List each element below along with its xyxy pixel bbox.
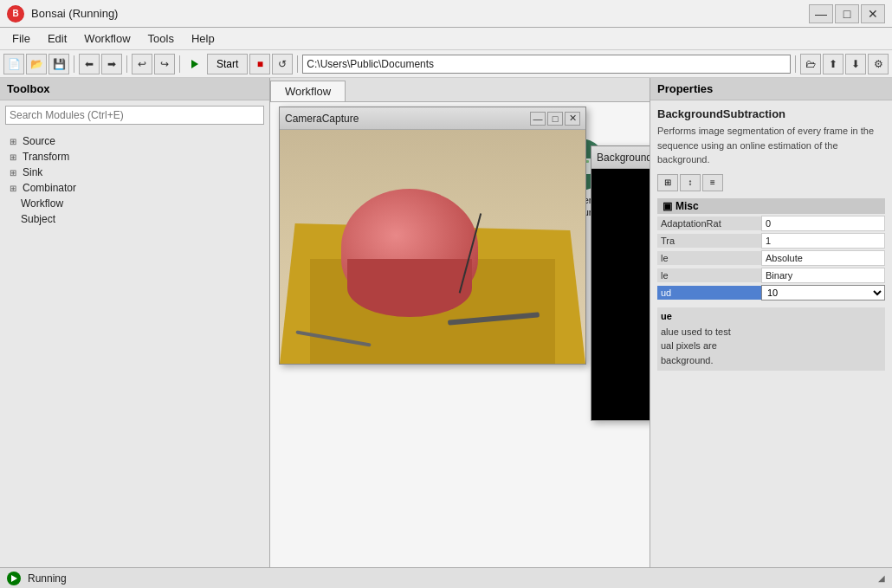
- camera-scene: [280, 130, 585, 364]
- prop-name-ud: ud: [657, 286, 761, 300]
- bg-window-title: BackgroundSu...: [597, 152, 650, 164]
- new-button[interactable]: 📄: [3, 54, 24, 74]
- separator-5: [795, 55, 796, 73]
- expand-icon: ⊞: [7, 135, 19, 147]
- prop-name-tra: Tra: [657, 234, 761, 248]
- prop-section-misc: ▣ Misc AdaptationRat 0 Tra 1 le Absolute…: [657, 198, 885, 300]
- redo-button[interactable]: ↪: [154, 54, 175, 74]
- prop-row-ud: ud 10: [657, 285, 885, 300]
- folder-open-icon[interactable]: 🗁: [800, 54, 821, 74]
- tree-label-workflow: Workflow: [21, 197, 63, 210]
- prop-name-le2: le: [657, 268, 761, 282]
- menu-file[interactable]: File: [3, 29, 39, 48]
- tree-item-subject[interactable]: Subject: [3, 211, 266, 227]
- separator-4: [297, 55, 298, 73]
- camera-maximize-button[interactable]: □: [547, 112, 563, 126]
- menu-tools[interactable]: Tools: [139, 29, 183, 48]
- prop-grid-icon[interactable]: ⊞: [657, 174, 678, 191]
- tree-item-workflow[interactable]: Workflow: [3, 196, 266, 211]
- camera-window-body: [280, 130, 585, 364]
- nav-button[interactable]: ➡: [101, 54, 122, 74]
- prop-list-icon[interactable]: ≡: [702, 174, 723, 191]
- separator-3: [179, 55, 180, 73]
- tree-item-sink[interactable]: ⊞ Sink: [3, 165, 266, 180]
- open-button[interactable]: 📂: [26, 54, 47, 74]
- prop-name-le: le: [657, 251, 761, 265]
- export-button[interactable]: ⬆: [823, 54, 844, 74]
- expand-icon: ⊞: [7, 151, 19, 163]
- restart-button[interactable]: ↺: [272, 54, 293, 74]
- section-misc-header: ▣ Misc: [657, 198, 885, 214]
- save-button[interactable]: 💾: [48, 54, 69, 74]
- bg-preview: [591, 169, 650, 420]
- title-bar-left: B Bonsai (Running): [7, 5, 118, 23]
- undo-button[interactable]: ↩: [132, 54, 152, 74]
- status-bar: Running ◢: [0, 567, 892, 588]
- prop-val-absolute[interactable]: Absolute: [761, 250, 885, 266]
- camera-minimize-button[interactable]: —: [530, 112, 546, 126]
- camera-window-controls: — □ ✕: [530, 112, 580, 126]
- import-button[interactable]: ⬇: [845, 54, 866, 74]
- camera-window-titlebar[interactable]: CameraCapture — □ ✕: [280, 107, 585, 130]
- pouch-bottom: [347, 259, 473, 318]
- toolbox-panel: Toolbox ⊞ Source ⊞ Transform ⊞ Sink ⊞ Co…: [0, 78, 270, 567]
- properties-panel: Properties BackgroundSubtraction Perform…: [650, 78, 892, 567]
- separator-2: [126, 55, 127, 73]
- prop-row-tra: Tra 1: [657, 233, 885, 249]
- section-collapse-icon: ▣: [663, 200, 672, 212]
- properties-header: Properties: [650, 78, 892, 100]
- menu-workflow[interactable]: Workflow: [75, 29, 139, 48]
- path-input[interactable]: [302, 55, 791, 74]
- workflow-tab[interactable]: Workflow: [270, 81, 346, 101]
- prop-val-tra[interactable]: 1: [761, 233, 885, 249]
- start-button[interactable]: Start: [207, 54, 248, 74]
- prop-name-adaptationrat: AdaptationRat: [657, 216, 761, 230]
- settings-button[interactable]: ⚙: [868, 54, 889, 74]
- expand-icon: ⊞: [7, 182, 19, 194]
- play-triangle-icon: [191, 60, 198, 68]
- main-area: Toolbox ⊞ Source ⊞ Transform ⊞ Sink ⊞ Co…: [0, 78, 892, 567]
- menu-help[interactable]: Help: [183, 29, 223, 48]
- bg-window-titlebar[interactable]: BackgroundSu... — □ ✕: [591, 146, 650, 169]
- bg-window-body: [591, 169, 650, 420]
- status-text: Running: [28, 572, 67, 585]
- stop-button[interactable]: ■: [249, 54, 270, 74]
- workflow-canvas[interactable]: CameraCapture ⊙ BackgroundSubtraction Ca…: [270, 102, 650, 567]
- toolbar: 📄 📂 💾 ⬅ ➡ ↩ ↪ Start ■ ↺ 🗁 ⬆ ⬇ ⚙: [0, 50, 892, 78]
- prop-bottom-label: ue: [661, 311, 882, 321]
- workflow-area: Workflow CameraCapture: [270, 78, 650, 567]
- tree-item-transform[interactable]: ⊞ Transform: [3, 149, 266, 165]
- prop-val-adaptationrat[interactable]: 0: [761, 216, 885, 231]
- menu-bar: File Edit Workflow Tools Help: [0, 28, 892, 50]
- prop-toolbar: ⊞ ↕ ≡: [657, 174, 885, 191]
- prop-row-adaptationrat: AdaptationRat 0: [657, 216, 885, 231]
- prop-val-binary[interactable]: Binary: [761, 268, 885, 283]
- app-logo: B: [7, 5, 24, 23]
- camera-close-button[interactable]: ✕: [565, 112, 580, 126]
- camera-preview: [280, 130, 585, 364]
- tree-label-combinator: Combinator: [23, 182, 76, 194]
- menu-edit[interactable]: Edit: [39, 29, 75, 48]
- maximize-button[interactable]: □: [835, 4, 859, 23]
- prop-bottom-section: ue alue used to testual pixels arebackgr…: [657, 307, 885, 372]
- prop-select-ud[interactable]: 10: [761, 285, 885, 300]
- toolbox-header: Toolbox: [0, 78, 269, 100]
- minimize-button[interactable]: —: [809, 4, 833, 23]
- tree-label-source: Source: [23, 135, 55, 147]
- tree-label-transform: Transform: [23, 151, 69, 163]
- play-indicator: [184, 54, 205, 74]
- start-label: Start: [217, 58, 238, 70]
- play-icon: [11, 575, 17, 582]
- workflow-tab-label: Workflow: [285, 85, 331, 98]
- tree-item-combinator[interactable]: ⊞ Combinator: [3, 180, 266, 196]
- close-button[interactable]: ✕: [861, 4, 885, 23]
- prop-bottom-desc: alue used to testual pixels arebackgroun…: [661, 325, 882, 368]
- undo-prev-button[interactable]: ⬅: [79, 54, 100, 74]
- tree-item-source[interactable]: ⊞ Source: [3, 133, 266, 149]
- prop-row-le-absolute: le Absolute: [657, 250, 885, 266]
- title-controls: — □ ✕: [809, 4, 885, 23]
- search-input[interactable]: [5, 106, 264, 125]
- tree-label-sink: Sink: [23, 166, 42, 178]
- prop-sort-icon[interactable]: ↕: [680, 174, 701, 191]
- tree-label-subject: Subject: [21, 213, 55, 225]
